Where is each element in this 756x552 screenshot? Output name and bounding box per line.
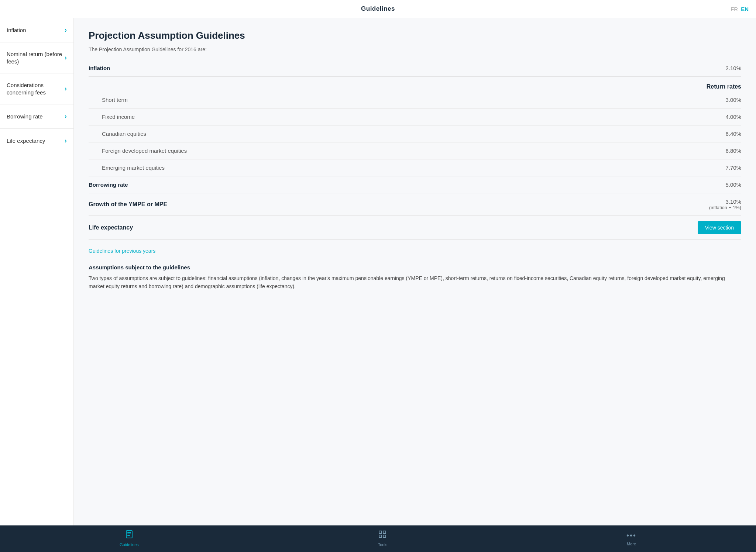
bottom-nav-item-more[interactable]: •••More (619, 529, 644, 548)
assumptions-section: Assumptions subject to the guidelines Tw… (89, 264, 741, 291)
table-row: Fixed income4.00% (89, 108, 741, 125)
sidebar-item-nominal-return[interactable]: Nominal return (before fees)› (0, 42, 73, 73)
sidebar-item-label: Considerations concerning fees (7, 82, 65, 96)
row-label: Life expectancy (89, 216, 540, 240)
sidebar-item-inflation[interactable]: Inflation› (0, 18, 73, 42)
chevron-right-icon: › (65, 26, 67, 34)
view-section-button[interactable]: View section (698, 221, 741, 234)
row-value: 4.00% (540, 108, 741, 125)
guidelines-table: Inflation2.10%Return ratesShort term3.00… (89, 60, 741, 240)
main-layout: Inflation›Nominal return (before fees)›C… (0, 18, 756, 525)
chevron-right-icon: › (65, 85, 67, 93)
app-header: Guidelines FR EN (0, 0, 756, 18)
assumptions-text: Two types of assumptions are subject to … (89, 274, 741, 291)
svg-rect-6 (379, 535, 382, 538)
svg-rect-7 (383, 535, 386, 538)
page-title: Projection Assumption Guidelines (89, 30, 741, 41)
sidebar-item-label: Inflation (7, 27, 26, 34)
row-label: Fixed income (89, 108, 540, 125)
section-header-label: Return rates (89, 77, 741, 92)
language-switcher: FR EN (731, 6, 749, 12)
row-label: Emerging market equities (89, 159, 540, 176)
table-row: Growth of the YMPE or MPE3.10%(inflation… (89, 193, 741, 216)
main-content: Projection Assumption Guidelines The Pro… (74, 18, 756, 525)
row-value: 2.10% (540, 60, 741, 77)
chevron-right-icon: › (65, 54, 67, 62)
sidebar-item-considerations[interactable]: Considerations concerning fees› (0, 73, 73, 104)
more-icon: ••• (626, 531, 636, 540)
chevron-right-icon: › (65, 137, 67, 145)
bottom-nav-item-guidelines[interactable]: Guidelines (112, 528, 146, 548)
table-row: Canadian equities6.40% (89, 125, 741, 142)
tools-icon (378, 530, 387, 541)
row-label: Canadian equities (89, 125, 540, 142)
guidelines-icon (125, 530, 134, 541)
table-row: Emerging market equities7.70% (89, 159, 741, 176)
prev-years-link[interactable]: Guidelines for previous years (89, 248, 155, 254)
row-label: Foreign developed market equities (89, 142, 540, 159)
row-value: 3.10%(inflation + 1%) (540, 193, 741, 216)
sidebar-item-label: Borrowing rate (7, 113, 43, 120)
table-row: Foreign developed market equities6.80% (89, 142, 741, 159)
chevron-right-icon: › (65, 113, 67, 120)
row-value: 5.00% (540, 176, 741, 193)
sidebar-item-label: Life expectancy (7, 137, 45, 145)
row-value: View section (540, 216, 741, 240)
bottom-nav: GuidelinesTools•••More (0, 525, 756, 552)
lang-en-button[interactable]: EN (741, 6, 749, 12)
page-subtitle: The Projection Assumption Guidelines for… (89, 46, 741, 52)
sidebar-item-borrowing-rate[interactable]: Borrowing rate› (0, 104, 73, 129)
app-title: Guidelines (361, 5, 395, 13)
table-row: Borrowing rate5.00% (89, 176, 741, 193)
sidebar-item-life-expectancy[interactable]: Life expectancy› (0, 129, 73, 153)
row-label: Borrowing rate (89, 176, 540, 193)
row-value: 6.80% (540, 142, 741, 159)
bottom-nav-item-tools[interactable]: Tools (371, 528, 395, 548)
table-row: Return rates (89, 77, 741, 92)
assumptions-heading: Assumptions subject to the guidelines (89, 264, 741, 270)
bottom-nav-label: Tools (378, 542, 388, 547)
svg-rect-5 (383, 531, 386, 534)
table-row: Short term3.00% (89, 92, 741, 108)
bottom-nav-label: Guidelines (120, 542, 139, 547)
row-value: 7.70% (540, 159, 741, 176)
table-row: Life expectancyView section (89, 216, 741, 240)
sidebar: Inflation›Nominal return (before fees)›C… (0, 18, 74, 525)
sidebar-item-label: Nominal return (before fees) (7, 51, 65, 65)
row-label: Short term (89, 92, 540, 108)
bottom-nav-label: More (627, 542, 636, 546)
row-value: 6.40% (540, 125, 741, 142)
lang-fr-button[interactable]: FR (731, 6, 738, 12)
table-row: Inflation2.10% (89, 60, 741, 77)
row-label: Growth of the YMPE or MPE (89, 193, 540, 216)
svg-rect-4 (379, 531, 382, 534)
row-label: Inflation (89, 60, 540, 77)
row-value: 3.00% (540, 92, 741, 108)
